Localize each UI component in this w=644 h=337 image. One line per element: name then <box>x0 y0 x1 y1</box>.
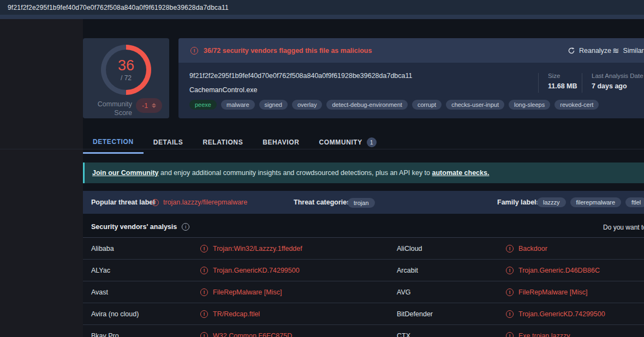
vendor-name: ALYac <box>91 267 110 274</box>
automate-checks-link[interactable]: automate checks. <box>432 169 490 177</box>
tag-revoked-cert[interactable]: revoked-cert <box>554 100 599 110</box>
score-total: / 72 <box>121 74 132 82</box>
threat-label-bar: Popular threat label trojan.lazzzy/filer… <box>83 191 644 214</box>
size-label: Size <box>548 73 577 79</box>
reanalyze-icon <box>568 47 575 55</box>
family-label-filerepmalware[interactable]: filerepmalware <box>570 197 622 207</box>
family-labels-values: lazzzy filerepmalware ftlel <box>537 197 644 207</box>
tag-detect-debug-environment[interactable]: detect-debug-environment <box>326 100 407 110</box>
score-positives: 36 <box>118 58 134 73</box>
vendors-analysis-title: Security vendors' analysis <box>91 223 189 231</box>
detection-result: FileRepMalware [Misc] <box>200 288 282 296</box>
family-label-lazzzy[interactable]: lazzzy <box>537 197 566 207</box>
alert-icon <box>506 310 514 318</box>
detection-score-donut: 36 / 72 <box>101 45 151 95</box>
malicious-flag-text: 36/72 security vendors flagged this file… <box>204 47 372 55</box>
detection-result: Trojan.GenericKD.74299500 <box>506 310 605 318</box>
alert-icon <box>506 267 514 274</box>
tab-detection[interactable]: DETECTION <box>83 133 144 154</box>
tab-community[interactable]: COMMUNITY 1 <box>309 133 386 154</box>
file-hash[interactable]: 9f21f2f2e295f1b9fef40d70e0f762f508a840a0… <box>189 72 413 80</box>
tabs-divider <box>0 149 644 149</box>
popular-threat-label-title: Popular threat label <box>91 198 155 206</box>
alert-icon <box>506 332 514 337</box>
detection-score-donut-hole: 36 / 72 <box>106 50 146 90</box>
toolbar-strip <box>0 15 644 19</box>
table-row: Alibaba Trojan:Win32/Lazzzy.1ffeddef Ali… <box>83 238 644 260</box>
threat-category-trojan[interactable]: trojan <box>348 198 375 208</box>
community-score-value: -1 <box>142 102 148 110</box>
report-tabs: DETECTION DETAILS RELATIONS BEHAVIOR COM… <box>83 133 386 154</box>
popular-threat-label-value[interactable]: trojan.lazzzy/filerepmalware <box>152 198 247 206</box>
tag-corrupt[interactable]: corrupt <box>412 100 442 110</box>
automate-checks-prompt[interactable]: Do you want to a <box>603 224 644 231</box>
tag-signed[interactable]: signed <box>259 100 288 110</box>
tag-overlay[interactable]: overlay <box>292 100 322 110</box>
vendor-name: Arcabit <box>397 267 418 274</box>
alert-icon <box>200 267 208 274</box>
table-row: Avira (no cloud) TR/Redcap.ftlel BitDefe… <box>83 303 644 325</box>
tag-row: peexe malware signed overlay detect-debu… <box>189 100 599 110</box>
community-score-label: Community Score <box>88 100 132 117</box>
alert-icon <box>152 199 159 206</box>
table-row: Avast FileRepMalware [Misc] AVG FileRepM… <box>83 281 644 303</box>
file-size-block: Size 11.68 MB <box>548 73 577 90</box>
table-row: Bkav Pro W32.Common.F6EC875D CTX Exe.tro… <box>83 325 644 337</box>
left-gutter <box>0 19 83 337</box>
alert-icon <box>506 245 514 252</box>
vendors-analysis-table: Alibaba Trojan:Win32/Lazzzy.1ffeddef Ali… <box>83 237 644 337</box>
join-community-link[interactable]: Join our Community <box>92 169 159 177</box>
divider <box>538 73 539 93</box>
file-summary-card: 36/72 security vendors flagged this file… <box>178 38 644 118</box>
alert-icon <box>200 310 208 318</box>
alert-icon <box>200 245 208 252</box>
detection-result: Exe.trojan.lazzzy <box>506 332 570 337</box>
detection-result: Trojan.GenericKD.74299500 <box>200 267 300 274</box>
tab-details[interactable]: DETAILS <box>144 133 193 154</box>
tag-peexe[interactable]: peexe <box>189 100 217 110</box>
vote-up-icon[interactable] <box>152 103 156 105</box>
community-score-widget[interactable]: -1 <box>136 98 162 113</box>
vendor-name: Bkav Pro <box>91 332 119 337</box>
tag-malware[interactable]: malware <box>221 100 255 110</box>
size-value: 11.68 MB <box>548 82 577 90</box>
tab-relations[interactable]: RELATIONS <box>193 133 253 154</box>
detection-result: Backdoor <box>506 245 547 252</box>
family-labels-title: Family labels <box>497 198 540 206</box>
vendor-name: Avast <box>91 288 108 296</box>
vote-steppers[interactable] <box>152 103 156 108</box>
detection-result: TR/Redcap.ftlel <box>200 310 260 318</box>
vendor-name: BitDefender <box>397 310 433 318</box>
detection-result: FileRepMalware [Misc] <box>506 288 587 296</box>
vendor-name: Alibaba <box>91 245 114 252</box>
detection-result: Trojan:Win32/Lazzzy.1ffeddef <box>200 245 302 252</box>
join-community-banner: Join our Community and enjoy additional … <box>83 163 644 183</box>
alert-icon <box>190 47 198 55</box>
detection-result: Trojan.Generic.D46DB86C <box>506 267 600 274</box>
detection-result: W32.Common.F6EC875D <box>200 332 292 337</box>
threat-categories-values: trojan <box>348 197 375 207</box>
tag-long-sleeps[interactable]: long-sleeps <box>509 100 550 110</box>
family-label-ftlel[interactable]: ftlel <box>625 197 644 207</box>
search-input[interactable]: 9f21f2f2e295f1b9fef40d70e0f762f508a840a0… <box>8 4 229 11</box>
alert-icon <box>506 288 514 296</box>
malicious-flag-banner: 36/72 security vendors flagged this file… <box>178 38 644 63</box>
threat-categories-title: Threat categories <box>294 198 350 206</box>
top-hash-bar: 9f21f2f2e295f1b9fef40d70e0f762f508a840a0… <box>0 0 644 15</box>
last-analysis-label: Last Analysis Date <box>592 73 643 79</box>
vendors-analysis-header: Security vendors' analysis Do you want t… <box>83 218 644 237</box>
alert-icon <box>200 332 208 337</box>
tag-checks-user-input[interactable]: checks-user-input <box>446 100 504 110</box>
community-banner-text: and enjoy additional community insights … <box>159 169 432 177</box>
alert-icon <box>200 288 208 296</box>
virustotal-file-report-page: 9f21f2f2e295f1b9fef40d70e0f762f508a840a0… <box>0 0 644 337</box>
similar-button[interactable]: ≋ Similar <box>612 38 644 63</box>
info-icon[interactable] <box>182 223 189 231</box>
file-name[interactable]: CachemanControl.exe <box>189 86 257 94</box>
divider <box>582 73 582 93</box>
table-row: ALYac Trojan.GenericKD.74299500 Arcabit … <box>83 260 644 281</box>
vendor-name: AVG <box>397 288 410 296</box>
reanalyze-button[interactable]: Reanalyze <box>568 38 611 63</box>
tab-behavior[interactable]: BEHAVIOR <box>253 133 309 154</box>
vote-down-icon[interactable] <box>152 106 156 108</box>
